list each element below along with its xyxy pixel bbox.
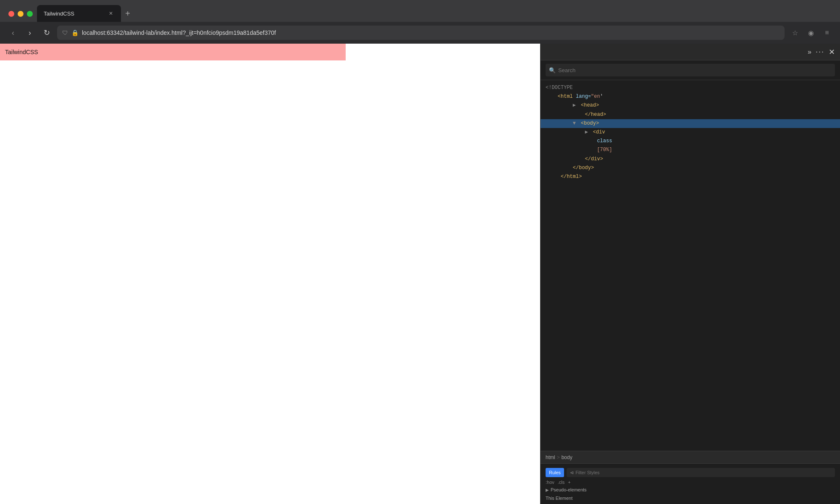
profile-button[interactable]: ◉ (805, 26, 817, 39)
styles-toolbar: Rules ⊲ (541, 466, 840, 479)
tab-title: TailwindCSS (44, 10, 104, 17)
pseudo-states-bar: :hov .cls + (541, 479, 840, 486)
page-header: TailwindCSS (0, 44, 346, 60)
address-input[interactable] (82, 29, 780, 36)
pseudo-elements-label: Pseudo-elements (551, 487, 587, 492)
pseudo-elements-arrow: ▶ (546, 488, 549, 492)
breadcrumb-separator: > (557, 454, 560, 460)
lock-icon: 🔒 (71, 29, 79, 36)
tab-bar: TailwindCSS ✕ + (0, 0, 840, 22)
devtools-search-input[interactable] (558, 67, 832, 73)
reload-button[interactable]: ↻ (40, 26, 53, 39)
back-button[interactable]: ‹ (7, 26, 19, 39)
search-icon: 🔍 (549, 67, 556, 73)
pseudo-hov[interactable]: :hov (546, 480, 554, 485)
forward-button[interactable]: › (24, 26, 36, 39)
breadcrumb-html[interactable]: html (546, 454, 555, 460)
pseudo-elements-header[interactable]: ▶ Pseudo-elements (546, 487, 835, 492)
pseudo-elements-section: ▶ Pseudo-elements (541, 486, 840, 494)
devtools-search-wrap: 🔍 (546, 64, 835, 76)
html-line-html-close[interactable]: </html> (541, 172, 840, 181)
html-line-head-close[interactable]: </head> (541, 110, 840, 119)
filter-styles-input[interactable] (575, 470, 832, 475)
devtools-expand-button[interactable]: » (808, 48, 811, 56)
html-line-doctype[interactable]: <!DOCTYPE (541, 84, 840, 92)
devtools-close-button[interactable]: ✕ (829, 47, 835, 57)
rules-tab-button[interactable]: Rules (546, 468, 564, 477)
page-title: TailwindCSS (5, 49, 38, 55)
tab-close-button[interactable]: ✕ (108, 10, 114, 17)
devtools-html-tree: <!DOCTYPE <html lang="en' ▶ <head> </hea… (541, 80, 840, 451)
window-controls (4, 11, 37, 22)
maximize-button[interactable] (27, 11, 33, 17)
shield-icon: 🛡 (62, 29, 68, 36)
devtools-toolbar: » ··· ✕ (541, 44, 840, 60)
html-line-div-close[interactable]: </div> (541, 155, 840, 164)
bookmark-button[interactable]: ☆ (789, 26, 801, 39)
browser-tab[interactable]: TailwindCSS ✕ (37, 5, 121, 22)
filter-icon: ⊲ (570, 470, 574, 475)
address-actions: ☆ ◉ ≡ (789, 26, 833, 39)
html-line-body-close[interactable]: </body> (541, 164, 840, 172)
devtools-breadcrumb: html > body (541, 451, 840, 463)
filter-styles-wrap: ⊲ (567, 468, 835, 477)
minimize-button[interactable] (18, 11, 24, 17)
devtools-panel: » ··· ✕ 🔍 <!DOCTYPE <html lang="en' (540, 44, 840, 504)
address-bar: ‹ › ↻ 🛡 🔒 ☆ ◉ ≡ (0, 22, 840, 44)
devtools-more-button[interactable]: ··· (816, 47, 824, 56)
this-element-label: This Element (541, 494, 840, 501)
main-area: TailwindCSS » ··· ✕ 🔍 <!DOCTYPE <html la… (0, 44, 840, 504)
html-line-class-attr[interactable]: class (541, 137, 840, 146)
html-line-html[interactable]: <html lang="en' (541, 92, 840, 101)
pseudo-cls[interactable]: .cls (558, 480, 565, 485)
devtools-search-area: 🔍 (541, 60, 840, 80)
breadcrumb-body[interactable]: body (562, 454, 572, 460)
devtools-styles-panel: Rules ⊲ :hov .cls + ▶ Pseudo-elements Th… (541, 463, 840, 504)
close-button[interactable] (8, 11, 14, 17)
html-line-body[interactable]: ▼ <body> (541, 119, 840, 128)
address-input-wrap: 🛡 🔒 (57, 26, 785, 40)
html-line-head-collapsed[interactable]: ▶ <head> (541, 101, 840, 110)
html-line-div-open[interactable]: ▶ <div (541, 128, 840, 137)
new-tab-button[interactable]: + (121, 7, 134, 20)
browser-chrome: TailwindCSS ✕ + ‹ › ↻ 🛡 🔒 ☆ ◉ ≡ (0, 0, 840, 44)
html-line-class-val[interactable]: [70%] (541, 146, 840, 154)
pseudo-plus[interactable]: + (568, 480, 570, 485)
menu-button[interactable]: ≡ (821, 26, 833, 39)
browser-content: TailwindCSS (0, 44, 540, 504)
